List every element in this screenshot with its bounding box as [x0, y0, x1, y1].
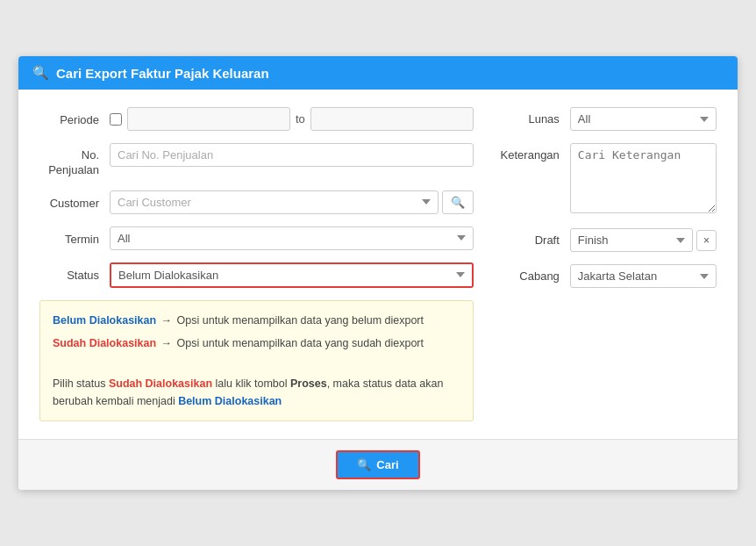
- cabang-select[interactable]: Jakarta Selatan: [570, 264, 717, 288]
- lunas-label: Lunas: [491, 107, 570, 126]
- keterangan-label: Keterangan: [491, 143, 570, 162]
- periode-to-label: to: [296, 112, 305, 126]
- customer-search-button[interactable]: 🔍: [442, 190, 474, 214]
- cabang-control: Jakarta Selatan: [570, 264, 717, 288]
- status-label: Status: [39, 262, 110, 284]
- info-line3: Pilih status Sudah Dialokasikan lalu kli…: [53, 375, 460, 410]
- periode-from-input[interactable]: [127, 107, 290, 131]
- periode-row: Periode to: [39, 107, 474, 131]
- lunas-row: Lunas All: [491, 107, 717, 131]
- termin-select[interactable]: All: [110, 226, 474, 250]
- modal-body: Periode to No. Penjualan: [18, 90, 738, 439]
- info-line3-part1: Pilih status: [53, 377, 109, 390]
- info-arrow2: →: [161, 337, 173, 349]
- info-box: Belum Dialokasikan → Opsi untuk menampil…: [39, 300, 474, 421]
- info-line3-part2: lalu klik tombol: [212, 377, 290, 390]
- modal-container: 🔍 Cari Export Faktur Pajak Keluaran Peri…: [18, 56, 738, 490]
- periode-label: Periode: [39, 107, 110, 128]
- periode-checkbox[interactable]: [110, 113, 122, 126]
- info-sudah-label: Sudah Dialokasikan: [53, 337, 156, 349]
- info-line1: Belum Dialokasikan → Opsi untuk menampil…: [53, 312, 460, 329]
- info-belum-label2: Belum Dialokasikan: [178, 395, 282, 407]
- cari-icon: 🔍: [357, 458, 371, 471]
- customer-label: Customer: [39, 190, 110, 212]
- customer-row: Customer Cari Customer 🔍: [39, 190, 474, 214]
- periode-controls: to: [110, 107, 474, 131]
- lunas-control: All: [570, 107, 717, 131]
- termin-row: Termin All: [39, 226, 474, 250]
- draft-control: Finish ×: [570, 228, 717, 252]
- status-select-wrapper: Belum Dialokasikan Sudah Dialokasikan: [110, 262, 474, 288]
- info-sudah-label2: Sudah Dialokasikan: [109, 377, 212, 390]
- status-row: Status Belum Dialokasikan Sudah Dialokas…: [39, 262, 474, 288]
- no-penjualan-input[interactable]: [110, 143, 474, 167]
- cabang-row: Cabang Jakarta Selatan: [491, 264, 717, 288]
- periode-to-input[interactable]: [310, 107, 474, 131]
- cari-label: Cari: [376, 458, 398, 471]
- header-search-icon: 🔍: [32, 65, 49, 81]
- keterangan-textarea[interactable]: [570, 143, 717, 213]
- modal-title: Cari Export Faktur Pajak Keluaran: [56, 66, 269, 81]
- no-penjualan-control: [110, 143, 474, 167]
- modal-footer: 🔍 Cari: [18, 439, 738, 490]
- right-column: Lunas All Keterangan Draft: [491, 107, 717, 421]
- draft-clear-button[interactable]: ×: [696, 230, 717, 251]
- lunas-select[interactable]: All: [570, 107, 717, 131]
- draft-row: Draft Finish ×: [491, 228, 717, 252]
- cabang-label: Cabang: [491, 264, 570, 283]
- info-line2: Sudah Dialokasikan → Opsi untuk menampil…: [53, 334, 460, 352]
- draft-select[interactable]: Finish: [570, 228, 693, 252]
- info-line1-rest: Opsi untuk menampilkan data yang belum d…: [177, 314, 424, 327]
- customer-select[interactable]: Cari Customer: [110, 190, 439, 214]
- keterangan-control: [570, 143, 717, 216]
- keterangan-row: Keterangan: [491, 143, 717, 216]
- status-select[interactable]: Belum Dialokasikan Sudah Dialokasikan: [111, 264, 472, 286]
- modal-header: 🔍 Cari Export Faktur Pajak Keluaran: [18, 56, 738, 90]
- info-line2-rest: Opsi untuk menampilkan data yang sudah d…: [177, 337, 424, 349]
- status-control: Belum Dialokasikan Sudah Dialokasikan: [110, 262, 474, 288]
- termin-label: Termin: [39, 226, 110, 248]
- info-proses-label: Proses: [290, 377, 327, 390]
- no-penjualan-label: No. Penjualan: [39, 143, 110, 178]
- no-penjualan-row: No. Penjualan: [39, 143, 474, 178]
- info-belum-label: Belum Dialokasikan: [53, 314, 156, 327]
- termin-control: All: [110, 226, 474, 250]
- draft-label: Draft: [491, 228, 570, 247]
- info-arrow1: →: [161, 314, 173, 327]
- customer-control: Cari Customer 🔍: [110, 190, 474, 214]
- cari-button[interactable]: 🔍 Cari: [336, 450, 419, 479]
- left-column: Periode to No. Penjualan: [39, 107, 474, 421]
